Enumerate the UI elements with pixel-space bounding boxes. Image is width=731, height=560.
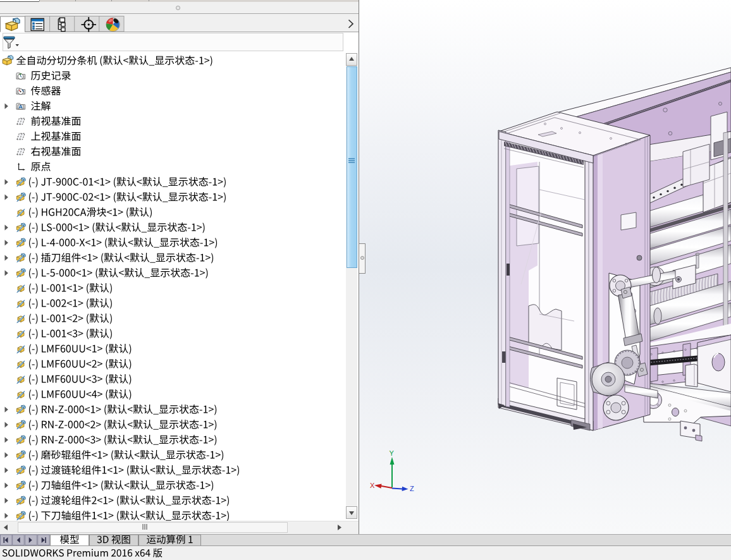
svg-text:Y: Y xyxy=(390,449,395,457)
svg-text:Z: Z xyxy=(410,485,414,492)
svg-text:X: X xyxy=(370,482,375,489)
